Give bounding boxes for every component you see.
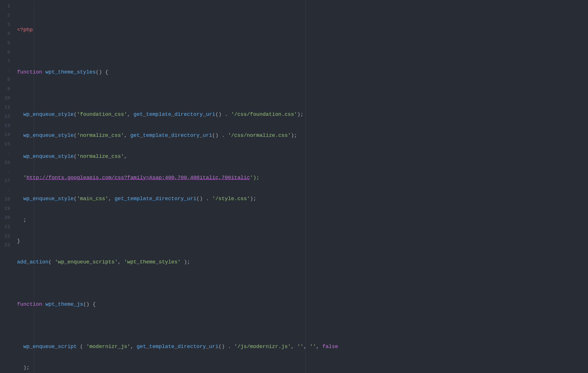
string: '/style.css': [212, 196, 250, 202]
code-line[interactable]: wp_enqueue_style('normalize_css', get_te…: [17, 131, 588, 140]
code-text: () .: [212, 133, 228, 139]
code-line[interactable]: wp_enqueue_style('foundation_css', get_t…: [17, 110, 588, 119]
line-number[interactable]: 15: [0, 140, 14, 149]
code-text: () .: [215, 112, 231, 118]
code-line[interactable]: function wpt_theme_styles() {: [17, 68, 588, 77]
code-text: ,: [316, 344, 322, 350]
string: 'modernizr_js': [86, 344, 130, 350]
code-text: ,: [118, 259, 124, 265]
string: '/css/foundation.css': [231, 112, 297, 118]
line-number[interactable]: 2: [0, 11, 14, 20]
wrapped-line-marker: ·: [0, 186, 14, 195]
code-text: (: [80, 344, 86, 350]
function-call: get_template_directory_uri: [130, 133, 212, 139]
string: '/js/modernizr.js': [234, 344, 291, 350]
line-number[interactable]: 6: [0, 48, 14, 57]
line-number[interactable]: 17: [0, 176, 14, 185]
code-line[interactable]: [17, 47, 588, 56]
code-text: );: [17, 365, 29, 371]
line-number[interactable]: 8: [0, 75, 14, 84]
string: 'foundation_css': [77, 112, 127, 118]
code-line[interactable]: function wpt_theme_js() {: [17, 300, 588, 309]
code-line[interactable]: }: [17, 237, 588, 246]
code-text: );: [250, 196, 256, 202]
string: 'normalize_css': [77, 154, 124, 160]
keyword-false: false: [322, 344, 338, 350]
line-number[interactable]: 14: [0, 130, 14, 139]
code-text: ,: [124, 154, 127, 160]
line-number[interactable]: 9: [0, 85, 14, 94]
string: 'main_css': [77, 196, 108, 202]
code-line[interactable]: wp_enqueue_style('normalize_css',: [17, 152, 588, 161]
code-text: (: [74, 133, 77, 139]
code-text: () {: [83, 301, 96, 307]
code-text: ,: [130, 344, 137, 350]
function-call: add_action: [17, 259, 48, 265]
code-line[interactable]: 'http://fonts.googleapis.com/css?family=…: [17, 173, 588, 183]
code-text: ,: [127, 112, 134, 118]
code-area[interactable]: <?php function wpt_theme_styles() { wp_e…: [14, 0, 588, 373]
code-text: (: [48, 259, 55, 265]
line-number[interactable]: 23: [0, 241, 14, 250]
code-line[interactable]: add_action( 'wp_enqueue_scripts', 'wpt_t…: [17, 258, 588, 267]
string: 'wp_enqueue_scripts': [55, 259, 118, 265]
code-text: }: [17, 238, 20, 244]
string: ');: [250, 175, 259, 181]
code-line[interactable]: [17, 321, 588, 330]
line-number[interactable]: 10: [0, 94, 14, 103]
keyword-function: function: [17, 301, 45, 307]
code-text: ,: [303, 344, 310, 350]
line-number[interactable]: 1: [0, 2, 14, 11]
function-name: wpt_theme_js: [45, 301, 83, 307]
line-number[interactable]: 21: [0, 222, 14, 231]
line-number[interactable]: 11: [0, 103, 14, 112]
line-number[interactable]: 22: [0, 232, 14, 241]
line-number[interactable]: 5: [0, 39, 14, 48]
code-text: );: [297, 112, 303, 118]
code-editor[interactable]: 1 2 3 4 5 6 7 · 8 9 10 11 12 13 14 15 · …: [0, 0, 588, 373]
php-open-tag: <?php: [17, 27, 33, 33]
url-link[interactable]: http://fonts.googleapis.com/css?family=A…: [26, 175, 250, 181]
code-text: ,: [108, 196, 115, 202]
code-text: ,: [124, 133, 130, 139]
line-number[interactable]: 7: [0, 57, 14, 66]
code-line[interactable]: wp_enqueue_script ( 'modernizr_js', get_…: [17, 342, 588, 351]
line-number[interactable]: 3: [0, 20, 14, 29]
line-number[interactable]: 12: [0, 112, 14, 121]
line-number-gutter[interactable]: 1 2 3 4 5 6 7 · 8 9 10 11 12 13 14 15 · …: [0, 0, 14, 373]
function-call: get_template_directory_uri: [115, 196, 196, 202]
code-text: );: [181, 259, 190, 265]
line-number[interactable]: 18: [0, 195, 14, 204]
wrapped-line-marker: ·: [0, 66, 14, 75]
code-line[interactable]: );: [17, 363, 588, 372]
wrapped-line-marker: ·: [0, 167, 14, 176]
function-call: wp_enqueue_style: [17, 112, 74, 118]
line-number[interactable]: 4: [0, 29, 14, 38]
line-number[interactable]: 19: [0, 204, 14, 213]
code-line[interactable]: [17, 279, 588, 288]
indent-guide: [34, 2, 34, 373]
string: '': [297, 344, 303, 350]
function-call: get_template_directory_uri: [134, 112, 215, 118]
string: ': [17, 175, 26, 181]
function-call: get_template_directory_uri: [137, 344, 219, 350]
string: '': [310, 344, 316, 350]
code-text: );: [291, 133, 297, 139]
code-text: ,: [291, 344, 297, 350]
line-number[interactable]: 16: [0, 158, 14, 167]
code-text: () .: [219, 344, 234, 350]
line-number[interactable]: 20: [0, 213, 14, 222]
function-call: wp_enqueue_style: [17, 196, 74, 202]
wrapped-line-marker: ·: [0, 149, 14, 158]
code-text: ;: [17, 217, 26, 223]
keyword-function: function: [17, 69, 45, 75]
code-line[interactable]: ;: [17, 216, 588, 225]
code-line[interactable]: [17, 89, 588, 98]
code-line[interactable]: <?php: [17, 26, 588, 35]
code-text: () {: [96, 69, 108, 75]
string: 'wpt_theme_styles': [124, 259, 181, 265]
code-line[interactable]: wp_enqueue_style('main_css', get_templat…: [17, 194, 588, 204]
function-name: wpt_theme_styles: [45, 69, 96, 75]
code-text: (: [74, 154, 77, 160]
line-number[interactable]: 13: [0, 121, 14, 130]
